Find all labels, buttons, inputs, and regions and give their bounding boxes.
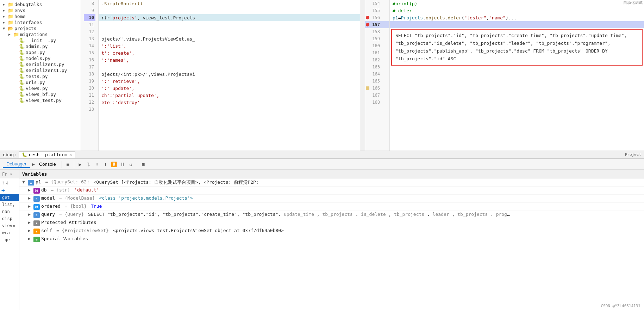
var-row-db[interactable]: ▶ Ot db = {str} 'default' bbox=[19, 187, 644, 195]
code-text[interactable]: .SimpleRouter() r(r'projects', views_tes… bbox=[99, 0, 360, 151]
scroll-bar-middle[interactable] bbox=[360, 0, 365, 151]
add-frame-btn[interactable]: + bbox=[0, 187, 19, 194]
line-num-row: 165 bbox=[365, 78, 389, 85]
tab-debugger[interactable]: Debugger bbox=[3, 160, 30, 168]
line-num: 17 bbox=[84, 63, 95, 71]
var-row-model[interactable]: ▶ ≡ model = {ModelBase} <class 'projects… bbox=[19, 195, 644, 203]
sidebar-item-serializers[interactable]: 🐍 serializers.py bbox=[0, 61, 81, 67]
expand-icon[interactable]: ▶ bbox=[28, 203, 33, 209]
var-type-ordered: = {bool} bbox=[62, 203, 89, 209]
line-num: 19 bbox=[84, 78, 95, 85]
var-name-special: Special Variables bbox=[41, 236, 88, 241]
arrow-icon: ▶ bbox=[3, 20, 8, 24]
code-editor: 8 9 10 11 12 13 14 15 16 17 18 19 20 21 … bbox=[81, 0, 360, 151]
expand-icon[interactable]: ▶ bbox=[28, 220, 33, 225]
frames-panel: Fr ▾ ↑ ↓ + get list, nan disp viev ∞ w bbox=[0, 170, 19, 310]
frame-item-nan[interactable]: nan bbox=[0, 208, 19, 215]
expand-icon[interactable]: ▶ bbox=[28, 212, 33, 217]
session-label: ceshi_platform bbox=[29, 152, 67, 157]
line-num-row: 160 bbox=[365, 42, 389, 49]
sidebar-item-envs[interactable]: ▶ 📁 envs bbox=[0, 7, 81, 13]
code-line-156: p1=Projects.objects.defer("tester", "nam… bbox=[390, 14, 644, 21]
line-num-label: 167 bbox=[370, 93, 380, 98]
var-type-icon: ≡ bbox=[33, 229, 40, 234]
breakpoint-dot-156 bbox=[365, 16, 370, 19]
sidebar-item-views-bf[interactable]: 🐍 views_bf.py bbox=[0, 91, 81, 97]
sidebar-item-label: projects bbox=[14, 26, 37, 31]
line-num-label: 155 bbox=[370, 8, 380, 13]
expand-icon[interactable]: ▼ bbox=[22, 179, 28, 184]
code-line: r(r'projects', views_test.Projects bbox=[99, 14, 360, 21]
step-out-btn[interactable]: ⬆ bbox=[102, 160, 110, 168]
sidebar-item-views-test[interactable]: 🐍 views_test.py bbox=[0, 97, 81, 103]
code-line: t':'create', bbox=[99, 49, 360, 56]
step-back-btn[interactable]: ⏬ bbox=[110, 160, 118, 168]
expand-icon[interactable]: ▶ bbox=[28, 187, 33, 193]
frame-item-get[interactable]: get bbox=[0, 194, 19, 201]
line-num-label: 165 bbox=[370, 79, 380, 84]
expand-icon[interactable]: ▶ bbox=[28, 195, 33, 201]
close-session-icon[interactable]: ✕ bbox=[69, 152, 72, 157]
line-num-row: 159 bbox=[365, 35, 389, 42]
var-row-special[interactable]: ▶ ⊞ Special Variables bbox=[19, 235, 644, 243]
resume-btn[interactable]: ▶ bbox=[76, 160, 84, 168]
line-num-label: 168 bbox=[370, 100, 380, 105]
line-num-row-166: 166 bbox=[365, 85, 389, 92]
var-row-self[interactable]: ▶ ≡ self = {ProjectsViewSet} <projects.v… bbox=[19, 227, 644, 235]
var-row-protected[interactable]: ▶ ♦ Protected Attributes bbox=[19, 219, 644, 227]
sidebar-item-admin[interactable]: 🐍 admin.py bbox=[0, 43, 81, 49]
var-row-p1[interactable]: ▼ ≡ p1 = {QuerySet: 62} <QuerySet [<Proj… bbox=[19, 178, 644, 187]
line-num: 8 bbox=[84, 0, 95, 7]
sidebar-item-urls[interactable]: 🐍 urls.py bbox=[0, 79, 81, 85]
pause-btn[interactable]: ⏸ bbox=[119, 160, 126, 168]
sidebar-item-label: apps.py bbox=[26, 50, 45, 55]
frame-item-ge[interactable]: _ge bbox=[0, 236, 19, 243]
restart-btn[interactable]: ↺ bbox=[127, 160, 135, 168]
code-line bbox=[99, 28, 360, 35]
sidebar-item-label: tests.py bbox=[26, 74, 48, 79]
frames-label: Fr ▾ bbox=[2, 172, 12, 177]
step-over-btn[interactable]: ⤵ bbox=[85, 160, 93, 168]
evaluate-btn[interactable]: ⊞ bbox=[139, 160, 147, 168]
sidebar-item-models[interactable]: 🐍 models.py bbox=[0, 55, 81, 61]
sidebar-item-home[interactable]: ▶ 📁 home bbox=[0, 13, 81, 19]
expand-icon[interactable]: ▶ bbox=[28, 236, 33, 241]
up-arrow-btn[interactable]: ↑ bbox=[1, 179, 5, 186]
sidebar-item-serializers1[interactable]: 🐍 serializers1.py bbox=[0, 67, 81, 73]
settings-btn[interactable]: ≡ bbox=[64, 160, 72, 168]
sidebar-item-tests[interactable]: 🐍 tests.py bbox=[0, 73, 81, 79]
frame-item-disp[interactable]: disp bbox=[0, 215, 19, 222]
project-tab[interactable]: Project bbox=[625, 152, 641, 157]
sidebar-item-label: serializers1.py bbox=[26, 68, 67, 73]
step-into-btn[interactable]: ⬇ bbox=[93, 160, 101, 168]
line-num-row-156: 156 bbox=[365, 14, 389, 21]
variables-header: Variables bbox=[19, 170, 644, 178]
right-code-content[interactable]: #print(p) # defer p1=Projects.objects.de… bbox=[390, 0, 644, 151]
line-num-row: 167 bbox=[365, 92, 389, 99]
sidebar-item-label: admin.py bbox=[26, 44, 48, 49]
sidebar-item-apps[interactable]: 🐍 apps.py bbox=[0, 49, 81, 55]
folder-icon: 📁 bbox=[8, 2, 13, 7]
var-type-icon: Ot bbox=[33, 188, 40, 194]
sidebar-item-views[interactable]: 🐍 views.py bbox=[0, 85, 81, 91]
code-line bbox=[99, 21, 360, 28]
sidebar-item-projects[interactable]: ▼ 📂 projects bbox=[0, 25, 81, 31]
sidebar-item-label: views_test.py bbox=[26, 98, 62, 103]
debug-session-tab[interactable]: 🐛 ceshi_platform ✕ bbox=[19, 151, 75, 158]
var-row-ordered[interactable]: ▶ Ot ordered = {bool} True bbox=[19, 203, 644, 211]
sidebar-item-init[interactable]: 🐍 __init__.py bbox=[0, 37, 81, 43]
frame-item-wra[interactable]: wra bbox=[0, 229, 19, 236]
var-row-query[interactable]: ▶ ≡ query = {Query} SELECT "tb_projects"… bbox=[19, 211, 644, 219]
sidebar-item-debugtalks[interactable]: ▶ 📁 debugtalks bbox=[0, 1, 81, 7]
folder-icon: 📁 bbox=[8, 20, 13, 25]
sidebar-item-interfaces[interactable]: ▶ 📁 interfaces bbox=[0, 19, 81, 25]
code-line-157 bbox=[390, 21, 644, 28]
sidebar-item-label: __init__.py bbox=[26, 38, 56, 43]
var-value-query: SELECT "tb_projects"."id", "tb_projects"… bbox=[88, 212, 511, 217]
frame-item-list[interactable]: list, bbox=[0, 201, 19, 208]
sidebar-item-migrations[interactable]: ▶ 📁 migrations bbox=[0, 31, 81, 37]
frame-item-view[interactable]: viev ∞ bbox=[0, 222, 19, 229]
down-arrow-btn[interactable]: ↓ bbox=[6, 179, 9, 186]
tab-console[interactable]: Console bbox=[36, 161, 60, 168]
expand-icon[interactable]: ▶ bbox=[28, 228, 33, 233]
